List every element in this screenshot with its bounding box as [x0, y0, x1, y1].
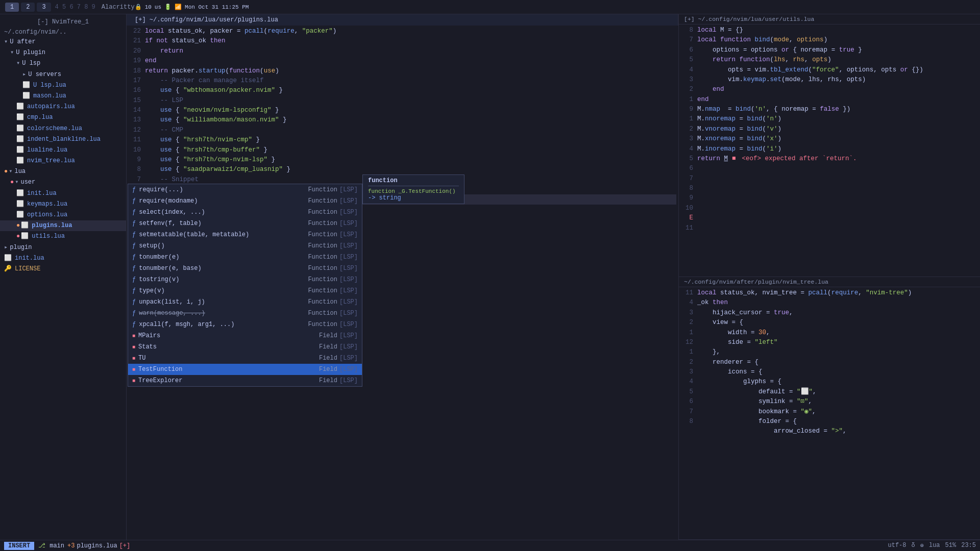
right-bottom-tab[interactable]: ~/.config/nvim/after/plugin/nvim_tree.lu… — [679, 277, 980, 287]
wifi-icon: 📶 — [175, 4, 182, 10]
comp-tonumber-base[interactable]: ƒ tonumber(e, base) Function [LSP] — [128, 263, 362, 274]
tree-root-init[interactable]: ⬜init.lua — [0, 253, 126, 264]
tree-plugin-dir[interactable]: ▸plugin — [0, 242, 126, 253]
comp-setmetatable[interactable]: ƒ setmetatable(table, metatable) Functio… — [128, 229, 362, 240]
tree-utils[interactable]: ●⬜utils.lua — [0, 231, 126, 242]
tree-indent-blankline[interactable]: ⬜indent_blankline.lua — [0, 134, 126, 145]
status-right: utf-8 δ ⊕ lua 51% 23:5 — [888, 542, 976, 549]
comp-name: MPairs — [138, 331, 315, 340]
battery-icon: 🔋 — [164, 4, 172, 10]
tree-lua[interactable]: ●▾lua — [0, 166, 126, 177]
utils-code: 87654 32191 23456 78910 E11 local M = {}… — [679, 24, 980, 277]
scroll-percent: 51% — [945, 542, 957, 549]
comp-f-icon: ƒ — [132, 196, 136, 206]
comp-tu[interactable]: ■ TU Field [LSP] — [128, 353, 362, 364]
comp-source: [LSP] — [339, 196, 358, 206]
tree-license[interactable]: 🔑LICENSE — [0, 264, 126, 274]
comp-source: [LSP] — [339, 230, 358, 239]
editor-area: [+] ~/.config/nvim/lua/user/plugins.lua … — [127, 14, 980, 540]
comp-setup[interactable]: ƒ setup() Function [LSP] — [128, 240, 362, 252]
comp-tostring[interactable]: ƒ tostring(v) Function [LSP] — [128, 274, 362, 285]
comp-f-icon: ƒ — [132, 297, 136, 307]
comp-f-icon: ƒ — [132, 185, 136, 194]
left-editor-content[interactable]: 2221201918 1716151413 12111098 76543 212… — [127, 26, 678, 540]
tree-lsp-lua[interactable]: ⬜U lsp.lua — [0, 80, 126, 91]
comp-source: [LSP] — [339, 275, 358, 284]
comp-f-icon: ƒ — [132, 219, 136, 228]
comp-type: Function — [308, 208, 337, 217]
locale: us — [155, 4, 161, 10]
lock-icon: 🔒 — [135, 4, 142, 10]
comp-name: require(modname) — [139, 196, 304, 206]
comp-f-icon: ƒ — [132, 241, 136, 251]
nvim-tree-code: 11432 112123 45678 local status_ok, nvim… — [679, 287, 980, 539]
titlebar-right: 🔒 10 us 🔋 📶 Mon Oct 31 11:25 PM — [135, 4, 249, 10]
comp-type: Function — [308, 320, 337, 329]
tree-lsp[interactable]: ▾U lsp — [0, 58, 126, 69]
tree-user[interactable]: ●▾user — [0, 177, 126, 188]
comp-treeexplorer[interactable]: ■ TreeExplorer Field [LSP] — [128, 375, 362, 386]
comp-type: Function — [308, 230, 337, 239]
comp-type: Function — [308, 219, 337, 228]
comp-source: [LSP] — [339, 253, 358, 262]
comp-name: TestFunction — [138, 365, 315, 374]
comp-f-icon: ƒ — [132, 286, 136, 295]
left-editor-tab[interactable]: [+] ~/.config/nvim/lua/user/plugins.lua — [127, 14, 678, 26]
comp-setfenv[interactable]: ƒ setfenv(f, table) Function [LSP] — [128, 218, 362, 229]
function-tooltip: function function _G.TestFunction() -> s… — [362, 174, 464, 204]
code-lines-utils: local M = {} local function bind(mode, o… — [697, 24, 980, 277]
comp-source: [LSP] — [339, 241, 358, 251]
tooltip-signature: function _G.TestFunction() — [368, 188, 459, 194]
comp-require-dots[interactable]: ƒ require(...) Function [LSP] — [128, 184, 362, 195]
tree-cmp-lua[interactable]: ⬜cmp.lua — [0, 112, 126, 123]
tab-1[interactable]: 1 — [5, 3, 19, 12]
tree-servers[interactable]: ▸U servers — [0, 69, 126, 80]
comp-type[interactable]: ƒ type(v) Function [LSP] — [128, 285, 362, 296]
sidebar-tree: ▾U after ▾U plugin ▾U lsp ▸U servers ⬜U … — [0, 37, 126, 274]
tree-nvim-tree[interactable]: ⬜nvim_tree.lua — [0, 156, 126, 166]
cursor-position: 23:5 — [961, 542, 976, 549]
comp-field-icon: ■ — [132, 377, 135, 385]
comp-f-icon: ƒ — [132, 320, 136, 329]
utils-code-content[interactable]: 87654 32191 23456 78910 E11 local M = {}… — [679, 24, 980, 277]
tree-keymaps[interactable]: ⬜keymaps.lua — [0, 199, 126, 210]
comp-type: Function — [308, 264, 337, 273]
git-branch: main — [50, 542, 64, 549]
comp-select[interactable]: ƒ select(index, ...) Function [LSP] — [128, 207, 362, 218]
comp-name: setfenv(f, table) — [139, 219, 304, 228]
tree-after[interactable]: ▾U after — [0, 37, 126, 47]
comp-type: Function — [308, 253, 337, 262]
comp-type: Field — [319, 354, 337, 363]
tab-2[interactable]: 2 — [21, 3, 35, 12]
comp-source: [LSP] — [339, 365, 358, 374]
comp-xpcall[interactable]: ƒ xpcall(f, msgh, arg1, ...) Function [L… — [128, 319, 362, 330]
tree-autopairs[interactable]: ⬜autopairs.lua — [0, 102, 126, 112]
comp-require-modname[interactable]: ƒ require(modname) Function [LSP] — [128, 195, 362, 207]
comp-name: require(...) — [139, 185, 304, 194]
tree-plugin[interactable]: ▾U plugin — [0, 47, 126, 58]
completion-popup[interactable]: ƒ require(...) Function [LSP] ƒ require(… — [128, 184, 362, 387]
nvim-tree-code-content[interactable]: 11432 112123 45678 local status_ok, nvim… — [679, 287, 980, 539]
comp-warn[interactable]: ƒ warn(message, ...) Function [LSP] — [128, 308, 362, 319]
tree-lualine[interactable]: ⬜lualine.lua — [0, 145, 126, 156]
comp-f-icon: ƒ — [132, 264, 136, 273]
tree-colorscheme[interactable]: ⬜colorscheme.lua — [0, 123, 126, 134]
comp-name: unpack(list, i, j) — [139, 297, 304, 307]
tab-3[interactable]: 3 — [37, 3, 51, 12]
comp-unpack[interactable]: ƒ unpack(list, i, j) Function [LSP] — [128, 296, 362, 308]
comp-mpairs[interactable]: ■ MPairs Field [LSP] — [128, 330, 362, 341]
sidebar-header: [-] NvimTree_1 — [0, 16, 126, 28]
comp-testfunction[interactable]: ■ TestFunction Field [LSP] — [128, 364, 362, 375]
comp-name: select(index, ...) — [139, 208, 304, 217]
comp-name: type(v) — [139, 286, 304, 295]
tree-options[interactable]: ⬜options.lua — [0, 210, 126, 220]
right-top-tab[interactable]: [+] ~/.config/nvim/lua/user/utils.lua — [679, 14, 980, 24]
tab-spacer: 4 5 6 7 8 9 — [55, 4, 95, 11]
tree-init-lua[interactable]: ⬜init.lua — [0, 188, 126, 199]
tree-mason-lua[interactable]: ⬜mason.lua — [0, 91, 126, 102]
tooltip-word: function — [368, 177, 459, 186]
comp-tonumber-e[interactable]: ƒ tonumber(e) Function [LSP] — [128, 252, 362, 263]
comp-type: Field — [319, 365, 337, 374]
comp-stats[interactable]: ■ Stats Field [LSP] — [128, 341, 362, 353]
tree-plugins-active[interactable]: ●⬜plugins.lua — [0, 220, 126, 231]
